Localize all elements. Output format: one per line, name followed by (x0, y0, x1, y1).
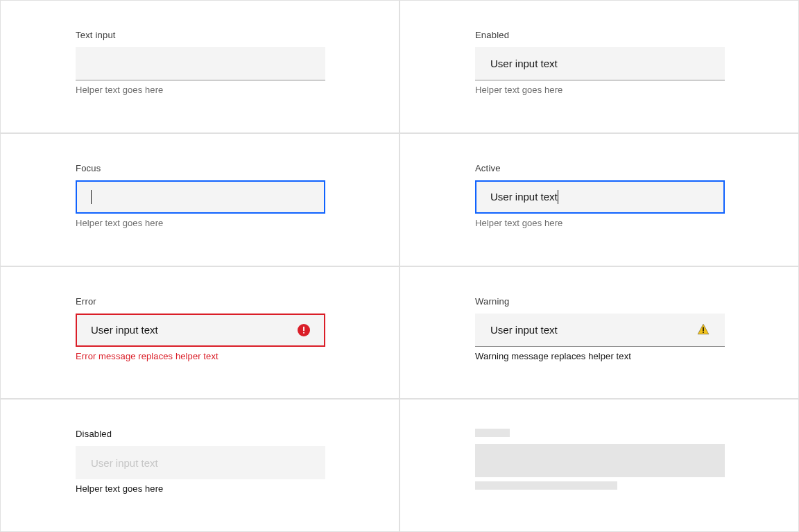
error-filled-icon (298, 324, 310, 336)
input-label: Warning (475, 296, 798, 307)
text-input[interactable] (76, 47, 325, 80)
input-label: Focus (76, 163, 399, 173)
text-input: User input text (76, 446, 325, 479)
input-value: User input text (91, 457, 158, 469)
helper-text: Helper text goes here (475, 218, 798, 228)
input-label: Disabled (76, 429, 399, 439)
helper-text: Helper text goes here (76, 85, 399, 95)
helper-text: Helper text goes here (475, 85, 798, 95)
svg-rect-5 (703, 332, 704, 333)
state-focus: Focus Helper text goes here (0, 133, 400, 266)
input-value: User input text (490, 191, 558, 203)
text-input[interactable] (76, 180, 325, 214)
error-text: Error message replaces helper text (76, 351, 399, 361)
input-value: User input text (490, 58, 558, 69)
input-value: User input text (91, 324, 158, 336)
input-label: Enabled (475, 30, 798, 40)
skeleton-label (475, 429, 510, 437)
text-input[interactable]: User input text (475, 47, 725, 80)
input-label: Active (475, 163, 798, 173)
state-enabled: Enabled User input text Helper text goes… (400, 0, 799, 133)
text-cursor-icon (558, 190, 558, 204)
helper-text: Helper text goes here (76, 483, 399, 494)
state-warning: Warning User input text Warning message … (400, 266, 799, 400)
text-input-states-grid: Text input Helper text goes here Enabled… (0, 0, 799, 532)
state-default: Text input Helper text goes here (0, 0, 400, 133)
state-skeleton (400, 399, 799, 532)
input-value: User input text (490, 324, 558, 336)
input-label: Text input (76, 30, 399, 40)
state-error: Error User input text Error message repl… (0, 266, 400, 400)
input-label: Error (76, 296, 399, 307)
skeleton-helper (475, 481, 617, 490)
text-input[interactable]: User input text (76, 314, 325, 347)
text-input[interactable]: User input text (475, 314, 725, 347)
svg-rect-1 (303, 326, 304, 330)
warning-text: Warning message replaces helper text (475, 351, 798, 361)
svg-rect-2 (303, 332, 304, 333)
helper-text: Helper text goes here (76, 218, 399, 228)
text-input[interactable]: User input text (475, 180, 725, 214)
text-cursor-icon (91, 190, 92, 204)
state-disabled: Disabled User input text Helper text goe… (0, 399, 400, 532)
warning-filled-icon (697, 323, 710, 336)
state-active: Active User input text Helper text goes … (400, 133, 799, 266)
svg-rect-4 (703, 327, 704, 332)
skeleton-input (475, 444, 725, 477)
